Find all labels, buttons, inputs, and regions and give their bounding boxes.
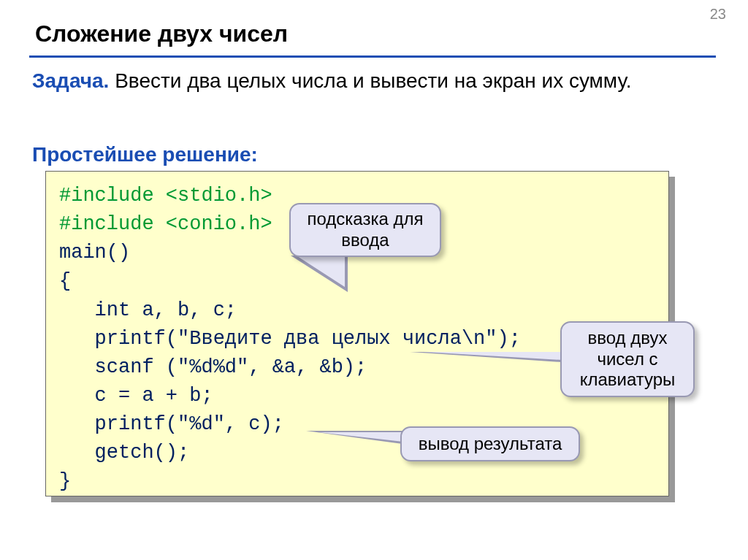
callout-3-tail-fill <box>318 432 403 442</box>
task-block: Задача. Ввести два целых числа и вывести… <box>32 67 690 95</box>
code-line-5: int a, b, c; <box>59 299 237 321</box>
slide-title: Сложение двух чисел <box>35 20 288 47</box>
callout-1-tail-fill <box>295 255 345 287</box>
page-number: 23 <box>710 6 726 23</box>
code-line-6: printf("Введите два целых числа\n"); <box>59 328 521 350</box>
code-line-2: #include <conio.h> <box>59 213 272 235</box>
callout-output: вывод результата <box>400 426 580 461</box>
title-underline <box>29 55 716 58</box>
task-text: Ввести два целых числа и вывести на экра… <box>109 69 631 92</box>
solution-label: Простейшее решение: <box>32 143 258 166</box>
code-line-1: #include <stdio.h> <box>59 185 272 207</box>
code-line-9: printf("%d", c); <box>59 413 284 435</box>
callout-hint: подсказка для ввода <box>289 203 441 257</box>
code-line-10: getch(); <box>59 442 189 464</box>
code-line-3: main() <box>59 242 130 264</box>
callout-input: ввод двух чисел с клавиатуры <box>560 321 695 397</box>
code-line-11: } <box>59 470 71 492</box>
task-label: Задача. <box>32 69 109 92</box>
code-line-8: c = a + b; <box>59 385 213 407</box>
code-line-4: { <box>59 270 71 292</box>
callout-2-tail-fill <box>424 352 562 360</box>
code-line-7: scanf ("%d%d", &a, &b); <box>59 356 367 378</box>
